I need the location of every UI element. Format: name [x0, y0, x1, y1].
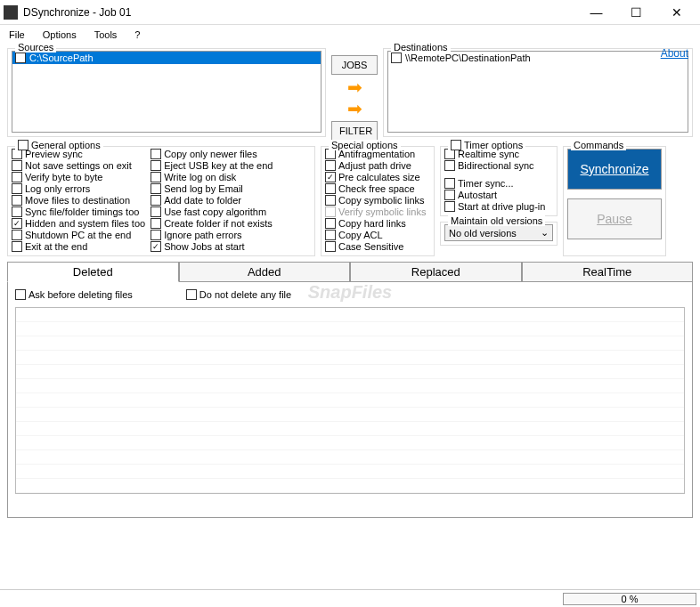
- general-option[interactable]: Copy only newer files: [151, 149, 273, 159]
- maintain-versions-select[interactable]: No old versions ⌄: [444, 224, 553, 241]
- timer-option[interactable]: Bidirectional sync: [444, 160, 553, 171]
- menu-help[interactable]: ?: [131, 28, 143, 42]
- general-checkbox[interactable]: [12, 218, 22, 229]
- special-option[interactable]: Copy hard links: [325, 218, 430, 229]
- general-checkbox[interactable]: [151, 172, 161, 182]
- timer-option[interactable]: Start at drive plug-in: [444, 201, 553, 212]
- sources-fieldset: Sources C:\SourcePath: [7, 48, 326, 137]
- maximize-button[interactable]: ☐: [616, 0, 656, 25]
- menu-file[interactable]: File: [5, 28, 28, 42]
- general-checkbox[interactable]: [151, 206, 161, 217]
- minimize-button[interactable]: —: [576, 0, 616, 25]
- timer-options-fieldset: Timer options Realtime syncBidirectional…: [440, 146, 558, 216]
- source-item-checkbox[interactable]: [15, 53, 26, 63]
- app-icon: [4, 5, 18, 20]
- general-options-fieldset: General options Preview syncNot save set…: [7, 146, 315, 256]
- special-checkbox[interactable]: [325, 172, 336, 182]
- general-option[interactable]: Verify byte to byte: [12, 172, 145, 182]
- general-option[interactable]: Send log by Email: [151, 183, 273, 194]
- special-option[interactable]: Pre calculates size: [325, 172, 430, 182]
- log-listbox[interactable]: [15, 307, 685, 494]
- special-label: Verify symbolic links: [338, 206, 426, 217]
- general-option[interactable]: Show Jobs at start: [151, 241, 273, 252]
- deleted-panel: SnapFiles Ask before deleting files Do n…: [7, 281, 693, 518]
- destination-item[interactable]: \\RemotePC\DestinationPath: [388, 52, 688, 64]
- general-option[interactable]: Sync file/folder timings too: [12, 206, 145, 217]
- jobs-button[interactable]: JOBS: [331, 55, 378, 75]
- menu-tools[interactable]: Tools: [91, 28, 121, 42]
- tab-realtime[interactable]: RealTime: [522, 262, 694, 282]
- timer-checkbox[interactable]: [444, 201, 455, 212]
- do-not-delete-checkbox[interactable]: [186, 289, 197, 300]
- special-checkbox[interactable]: [325, 230, 336, 240]
- sources-listbox[interactable]: C:\SourcePath: [12, 51, 322, 133]
- general-option[interactable]: Shutdown PC at the end: [12, 230, 145, 240]
- special-option[interactable]: Adjust path drive: [325, 160, 430, 171]
- general-option[interactable]: Move files to destination: [12, 195, 145, 206]
- special-option[interactable]: Check free space: [325, 183, 430, 194]
- general-option[interactable]: Exit at the end: [12, 241, 145, 252]
- filter-button[interactable]: FILTER: [331, 121, 378, 141]
- tab-deleted[interactable]: Deleted: [7, 262, 179, 282]
- special-checkbox[interactable]: [325, 183, 336, 194]
- general-option[interactable]: Hidden and system files too: [12, 218, 145, 229]
- sources-label: Sources: [15, 42, 56, 53]
- general-checkbox[interactable]: [151, 149, 161, 159]
- special-checkbox[interactable]: [325, 160, 336, 171]
- general-checkbox[interactable]: [12, 195, 22, 206]
- about-link[interactable]: About: [661, 47, 688, 60]
- destination-item-checkbox[interactable]: [391, 53, 402, 63]
- general-option[interactable]: Not save settings on exit: [12, 160, 145, 171]
- source-item[interactable]: C:\SourcePath: [12, 52, 321, 64]
- general-options-toggle[interactable]: [18, 140, 28, 150]
- timer-option[interactable]: Timer sync...: [444, 178, 553, 189]
- special-option[interactable]: Case Sensitive: [325, 241, 430, 252]
- close-button[interactable]: ✕: [656, 0, 696, 25]
- tab-added[interactable]: Added: [179, 262, 351, 282]
- special-option[interactable]: Copy symbolic links: [325, 195, 430, 206]
- special-checkbox[interactable]: [325, 218, 336, 229]
- maintain-versions-fieldset: Maintain old versions No old versions ⌄: [440, 222, 558, 246]
- menu-options[interactable]: Options: [39, 28, 80, 42]
- special-option: Verify symbolic links: [325, 206, 430, 217]
- general-checkbox[interactable]: [12, 230, 22, 240]
- destinations-listbox[interactable]: \\RemotePC\DestinationPath: [387, 51, 688, 133]
- general-option[interactable]: Eject USB key at the end: [151, 160, 273, 171]
- special-checkbox[interactable]: [325, 241, 336, 252]
- do-not-delete-option[interactable]: Do not delete any file: [186, 289, 291, 300]
- ask-before-deleting-option[interactable]: Ask before deleting files: [15, 289, 133, 300]
- timer-checkbox[interactable]: [444, 178, 455, 189]
- tabs: Deleted Added Replaced RealTime: [7, 262, 693, 282]
- general-checkbox[interactable]: [151, 195, 161, 206]
- general-option[interactable]: Add date to folder: [151, 195, 273, 206]
- timer-options-toggle[interactable]: [451, 140, 461, 150]
- special-label: Pre calculates size: [338, 172, 420, 182]
- timer-checkbox[interactable]: [444, 190, 455, 200]
- general-checkbox[interactable]: [151, 241, 161, 252]
- general-checkbox[interactable]: [12, 206, 22, 217]
- general-option[interactable]: Use fast copy algorithm: [151, 206, 273, 217]
- special-checkbox[interactable]: [325, 195, 336, 206]
- special-option[interactable]: Copy ACL: [325, 230, 430, 240]
- pause-button[interactable]: Pause: [567, 198, 662, 239]
- tab-replaced[interactable]: Replaced: [350, 262, 522, 282]
- ask-before-deleting-checkbox[interactable]: [15, 289, 26, 300]
- general-option[interactable]: Create folder if not exists: [151, 218, 273, 229]
- general-option[interactable]: Ignore path errors: [151, 230, 273, 240]
- statusbar: 0 %: [0, 589, 700, 607]
- window-title: DSynchronize - Job 01: [23, 6, 576, 19]
- general-checkbox[interactable]: [151, 230, 161, 240]
- general-checkbox[interactable]: [12, 183, 22, 194]
- general-option[interactable]: Write log on disk: [151, 172, 273, 182]
- synchronize-button[interactable]: Synchronize: [567, 149, 662, 190]
- general-checkbox[interactable]: [12, 241, 22, 252]
- general-checkbox[interactable]: [12, 172, 22, 182]
- general-checkbox[interactable]: [151, 183, 161, 194]
- general-checkbox[interactable]: [12, 160, 22, 171]
- general-checkbox[interactable]: [151, 160, 161, 171]
- general-option[interactable]: Log only errors: [12, 183, 145, 194]
- menubar: File Options Tools ?: [0, 25, 700, 45]
- general-checkbox[interactable]: [151, 218, 161, 229]
- timer-checkbox[interactable]: [444, 160, 455, 171]
- timer-option[interactable]: Autostart: [444, 190, 553, 200]
